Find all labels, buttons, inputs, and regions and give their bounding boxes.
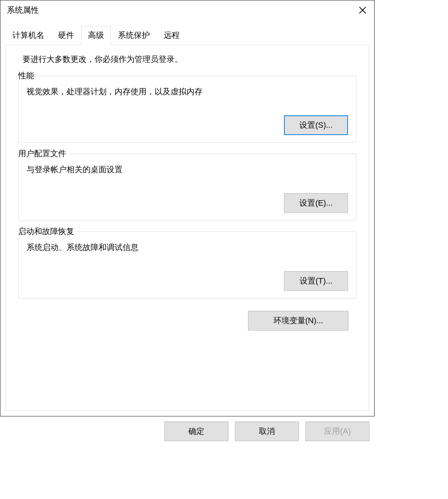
group-performance: 性能 视觉效果，处理器计划，内存使用，以及虚拟内存 设置(S)... <box>18 76 356 143</box>
group-user-profiles-desc: 与登录帐户相关的桌面设置 <box>27 164 348 175</box>
apply-button[interactable]: 应用(A) <box>305 421 369 441</box>
startup-recovery-settings-button[interactable]: 设置(T)... <box>284 271 348 291</box>
admin-note: 要进行大多数更改，你必须作为管理员登录。 <box>18 54 356 65</box>
group-startup-recovery-title: 启动和故障恢复 <box>18 226 76 237</box>
titlebar: 系统属性 <box>0 0 374 20</box>
dialog-button-bar: 确定 取消 应用(A) <box>0 416 375 441</box>
tab-content-advanced: 要进行大多数更改，你必须作为管理员登录。 性能 视觉效果，处理器计划，内存使用，… <box>5 45 369 411</box>
group-user-profiles-btn-row: 设置(E)... <box>27 193 348 213</box>
tab-remote[interactable]: 远程 <box>157 26 187 45</box>
group-startup-recovery: 启动和故障恢复 系统启动、系统故障和调试信息 设置(T)... <box>18 231 356 298</box>
group-performance-btn-row: 设置(S)... <box>27 115 348 135</box>
environment-variables-row: 环境变量(N)... <box>18 309 356 334</box>
ok-button[interactable]: 确定 <box>164 421 228 441</box>
group-user-profiles: 用户配置文件 与登录帐户相关的桌面设置 设置(E)... <box>18 154 356 221</box>
performance-settings-button[interactable]: 设置(S)... <box>284 115 348 135</box>
tab-system-protection[interactable]: 系统保护 <box>111 26 157 45</box>
group-startup-recovery-btn-row: 设置(T)... <box>27 271 348 291</box>
group-startup-recovery-desc: 系统启动、系统故障和调试信息 <box>27 242 348 253</box>
close-button[interactable] <box>355 3 370 17</box>
tabs-row: 计算机名 硬件 高级 系统保护 远程 <box>0 26 374 45</box>
group-performance-desc: 视觉效果，处理器计划，内存使用，以及虚拟内存 <box>27 86 348 97</box>
environment-variables-button[interactable]: 环境变量(N)... <box>248 311 348 330</box>
close-icon <box>359 7 366 14</box>
tab-advanced[interactable]: 高级 <box>81 26 111 45</box>
cancel-button[interactable]: 取消 <box>235 421 299 441</box>
tab-computer-name[interactable]: 计算机名 <box>5 26 51 45</box>
window-title: 系统属性 <box>7 5 39 16</box>
user-profiles-settings-button[interactable]: 设置(E)... <box>284 193 348 213</box>
tab-hardware[interactable]: 硬件 <box>51 26 81 45</box>
group-user-profiles-title: 用户配置文件 <box>18 148 68 159</box>
system-properties-dialog: 系统属性 计算机名 硬件 高级 系统保护 远程 要进行大多数更改，你必须作为管理… <box>0 0 375 416</box>
group-performance-title: 性能 <box>18 70 36 81</box>
